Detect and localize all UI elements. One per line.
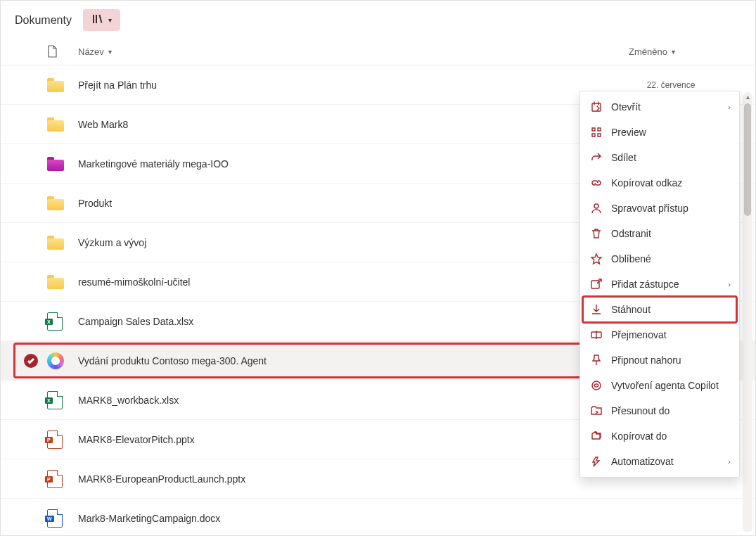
menu-item-pin[interactable]: Připnout nahoru — [580, 347, 739, 373]
view-switcher-button[interactable]: ▾ — [83, 9, 120, 31]
menu-item-label: Odstranit — [611, 228, 651, 239]
file-name: Výzkum a vývoj — [78, 237, 601, 248]
access-icon — [590, 202, 603, 215]
menu-item-copilot-agent[interactable]: Vytvoření agenta Copilot — [580, 373, 739, 398]
menu-item-label: Preview — [611, 127, 646, 138]
file-name: MARK8-ElevatorPitch.pptx — [78, 434, 601, 445]
chevron-right-icon: › — [728, 457, 731, 466]
menu-item-access[interactable]: Spravovat přístup — [580, 196, 739, 221]
menu-item-automate[interactable]: Automatizovat› — [580, 449, 739, 474]
menu-item-label: Přejmenovat — [611, 329, 667, 340]
file-row[interactable]: W Mark8-MarketingCampaign.docx — [1, 499, 755, 536]
file-name: MARK8_workback.xlsx — [78, 395, 601, 406]
shortcut-icon — [590, 278, 603, 291]
pin-icon — [590, 354, 603, 366]
chevron-right-icon: › — [728, 280, 731, 288]
menu-item-label: Přidat zástupce — [611, 279, 679, 290]
page-title: Dokumenty — [15, 14, 72, 27]
delete-icon — [590, 227, 603, 240]
menu-item-label: Připnout nahoru — [611, 355, 681, 366]
menu-item-rename[interactable]: Přejmenovat — [580, 322, 739, 347]
copilot-agent-icon — [590, 379, 603, 392]
svg-rect-0 — [592, 103, 601, 111]
file-modified-date: 22. července — [601, 80, 741, 90]
svg-point-1 — [594, 204, 598, 208]
chevron-down-icon: ▾ — [108, 48, 112, 56]
menu-item-favorite[interactable]: Oblíbené — [580, 246, 739, 272]
menu-item-delete[interactable]: Odstranit — [580, 221, 739, 246]
menu-item-label: Otevřít — [611, 101, 641, 113]
share-icon — [590, 151, 603, 164]
automate-icon — [590, 455, 603, 468]
library-icon — [91, 13, 103, 27]
menu-item-open[interactable]: Otevřít› — [580, 94, 739, 120]
file-name: Mark8-MarketingCampaign.docx — [78, 513, 601, 524]
rename-icon — [590, 328, 603, 341]
file-name: Marketingové materiály mega-IOO — [78, 158, 601, 170]
menu-item-shortcut[interactable]: Přidat zástupce› — [580, 272, 739, 297]
menu-item-label: Kopírovat do — [611, 430, 667, 442]
folder-icon — [47, 275, 64, 289]
context-menu: Otevřít›PreviewSdíletKopírovat odkazSpra… — [579, 91, 740, 478]
svg-point-4 — [592, 381, 601, 390]
word-file-icon: W — [47, 509, 63, 528]
folder-icon — [47, 157, 64, 171]
chevron-down-icon: ▾ — [108, 16, 112, 24]
column-headers: Název ▾ Změněno ▾ — [1, 39, 755, 65]
menu-item-label: Spravovat přístup — [611, 203, 688, 214]
folder-icon — [47, 196, 64, 210]
selected-check-icon[interactable] — [24, 354, 38, 368]
copyto-icon — [590, 430, 603, 442]
powerpoint-file-icon: P — [47, 430, 63, 449]
favorite-icon — [590, 253, 603, 265]
chevron-down-icon: ▾ — [672, 48, 675, 56]
scrollbar[interactable]: ▲ — [743, 92, 752, 532]
file-name: Vydání produktu Contoso mega-300. Agent — [78, 355, 579, 366]
excel-file-icon: X — [47, 391, 63, 409]
menu-item-copyto[interactable]: Kopírovat do — [580, 423, 739, 449]
download-icon — [590, 303, 603, 316]
menu-item-label: Oblíbené — [611, 253, 651, 264]
file-name: Web Mark8 — [78, 119, 601, 130]
menu-item-download[interactable]: Stáhnout — [580, 297, 739, 322]
open-icon — [590, 101, 603, 113]
svg-rect-2 — [591, 281, 599, 288]
column-type-icon[interactable] — [47, 45, 78, 58]
folder-icon — [47, 78, 64, 92]
column-name-header[interactable]: Název ▾ — [78, 46, 601, 57]
link-icon — [590, 177, 603, 189]
chevron-right-icon: › — [728, 103, 731, 111]
moveto-icon — [590, 404, 603, 417]
copilot-agent-icon — [47, 352, 64, 369]
file-name: MARK8-EuropeanProductLaunch.pptx — [78, 473, 601, 485]
menu-item-preview[interactable]: Preview — [580, 120, 739, 145]
file-name: Přejít na Plán trhu — [78, 79, 601, 91]
scroll-up-arrow-icon[interactable]: ▲ — [745, 94, 751, 101]
file-name: resumé-mimoškolní-učitel — [78, 276, 601, 288]
folder-icon — [47, 236, 64, 250]
file-name: Campaign Sales Data.xlsx — [78, 316, 601, 327]
file-name: Produkt — [78, 198, 601, 209]
excel-file-icon: X — [47, 312, 63, 331]
menu-item-share[interactable]: Sdílet — [580, 145, 739, 170]
preview-icon — [590, 126, 603, 139]
powerpoint-file-icon: P — [47, 470, 63, 488]
menu-item-label: Automatizovat — [611, 456, 674, 467]
column-modified-header[interactable]: Změněno ▾ — [601, 46, 741, 57]
menu-item-label: Kopírovat odkaz — [611, 177, 682, 189]
menu-item-label: Přesunout do — [611, 405, 669, 416]
folder-icon — [47, 117, 64, 132]
menu-item-label: Sdílet — [611, 152, 636, 163]
menu-item-link[interactable]: Kopírovat odkaz — [580, 170, 739, 196]
menu-item-label: Stáhnout — [611, 304, 651, 315]
menu-item-moveto[interactable]: Přesunout do — [580, 398, 739, 423]
menu-item-label: Vytvoření agenta Copilot — [611, 380, 719, 391]
scrollbar-thumb[interactable] — [744, 103, 751, 216]
